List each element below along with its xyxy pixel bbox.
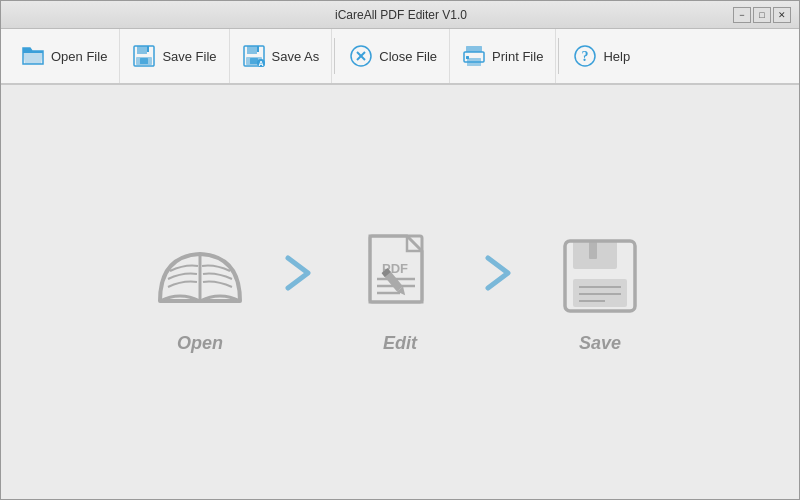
print-file-icon (462, 44, 486, 68)
save-step-label: Save (579, 333, 621, 354)
save-as-icon: A (242, 44, 266, 68)
print-file-label: Print File (492, 49, 543, 64)
workflow-step-edit: PDF Edit (350, 231, 450, 354)
save-step-icon (550, 231, 650, 321)
edit-step-icon: PDF (350, 231, 450, 321)
open-file-label: Open File (51, 49, 107, 64)
svg-text:?: ? (582, 49, 589, 64)
open-file-button[interactable]: Open File (9, 29, 120, 83)
svg-rect-17 (467, 58, 481, 66)
toolbar: Open File Save File (1, 29, 799, 85)
svg-rect-15 (466, 46, 482, 52)
toolbar-divider-2 (558, 38, 559, 74)
window-controls: − □ ✕ (733, 7, 791, 23)
open-file-icon (21, 44, 45, 68)
svg-rect-1 (137, 46, 147, 54)
main-content: Open PDF (1, 85, 799, 499)
save-file-label: Save File (162, 49, 216, 64)
workflow-arrow-1 (280, 248, 320, 307)
window-title: iCareAll PDF Editer V1.0 (69, 8, 733, 22)
svg-rect-9 (250, 58, 258, 64)
workflow-step-open: Open (150, 231, 250, 354)
print-file-button[interactable]: Print File (450, 29, 556, 83)
save-file-button[interactable]: Save File (120, 29, 229, 83)
svg-rect-6 (247, 46, 257, 54)
workflow-step-save: Save (550, 231, 650, 354)
save-file-icon (132, 44, 156, 68)
svg-rect-4 (140, 58, 148, 64)
save-as-button[interactable]: A Save As (230, 29, 333, 83)
help-button[interactable]: ? Help (561, 29, 642, 83)
svg-text:A: A (258, 60, 263, 67)
minimize-button[interactable]: − (733, 7, 751, 23)
help-icon: ? (573, 44, 597, 68)
close-file-label: Close File (379, 49, 437, 64)
svg-rect-7 (257, 46, 259, 52)
workflow: Open PDF (150, 231, 650, 354)
toolbar-divider (334, 38, 335, 74)
close-button[interactable]: ✕ (773, 7, 791, 23)
svg-rect-18 (466, 56, 469, 59)
close-file-icon (349, 44, 373, 68)
workflow-arrow-2 (480, 248, 520, 307)
title-bar: iCareAll PDF Editer V1.0 − □ ✕ (1, 1, 799, 29)
edit-step-label: Edit (383, 333, 417, 354)
restore-button[interactable]: □ (753, 7, 771, 23)
svg-rect-31 (589, 241, 597, 259)
close-file-button[interactable]: Close File (337, 29, 450, 83)
open-step-icon (150, 231, 250, 321)
svg-rect-2 (147, 46, 149, 52)
open-step-label: Open (177, 333, 223, 354)
help-label: Help (603, 49, 630, 64)
save-as-label: Save As (272, 49, 320, 64)
app-window: iCareAll PDF Editer V1.0 − □ ✕ Open File (0, 0, 800, 500)
